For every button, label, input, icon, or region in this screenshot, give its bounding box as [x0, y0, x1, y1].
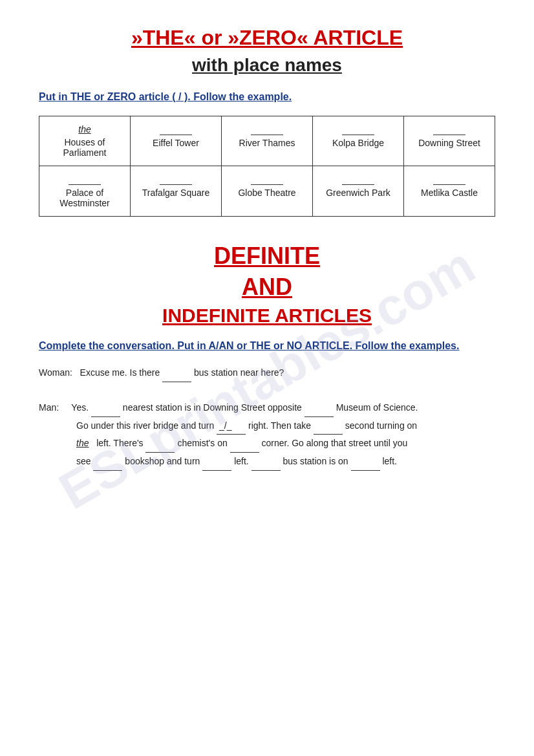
table-cell-2-2: Trafalgar Square	[131, 166, 222, 217]
man-blank-2	[304, 399, 334, 417]
man-line2-end: second turning on	[345, 420, 417, 431]
man-blank-5-answer: the	[76, 438, 89, 448]
man-line4-mid2: left.	[234, 456, 249, 466]
man-blank-10	[251, 453, 281, 471]
section2-title: DEFINITE AND INDEFINITE ARTICLES	[39, 243, 495, 327]
table-cell-1-2: Eiffel Tower	[131, 116, 222, 166]
man-line3: the left. There's chemist's on corner. G…	[76, 435, 495, 453]
title-section: »THE« or »ZERO« ARTICLE with place names	[39, 26, 495, 76]
blank-1-1: the	[78, 124, 91, 135]
table-cell-2-1: Palace of Westminster	[39, 166, 131, 217]
man-line1-start: Yes.	[71, 402, 89, 413]
man-blank-9	[202, 453, 231, 471]
title-line1: »THE« or »ZERO« ARTICLE	[39, 26, 495, 50]
woman-rest: bus station near here?	[194, 367, 284, 378]
woman-line: Woman: Excuse me. Is there bus station n…	[39, 364, 495, 382]
man-line2-start: Go under this river bridge and turn	[76, 420, 214, 431]
place-1-5: Downing Street	[418, 138, 480, 148]
table-cell-1-1: the Houses of Parliament	[39, 116, 131, 166]
conversation-block: Woman: Excuse me. Is there bus station n…	[39, 364, 495, 471]
table-cell-1-4: Kolpa Bridge	[313, 116, 404, 166]
man-blank-3: _/_	[217, 417, 246, 435]
instruction2: Complete the conversation. Put in A/AN o…	[39, 338, 495, 354]
woman-blank	[162, 364, 191, 382]
man-line3-end: corner. Go along that street until you	[262, 438, 408, 448]
man-line2-mid: right. Then take	[248, 420, 311, 431]
man-blank-6	[145, 435, 175, 453]
table-cell-2-3: Globe Theatre	[222, 166, 313, 217]
man-line4-end: left.	[382, 456, 397, 466]
blank-1-2	[160, 124, 192, 135]
section2-line1: DEFINITE	[39, 243, 495, 270]
blank-1-4	[342, 124, 374, 135]
section2-line3: INDEFINITE ARTICLES	[39, 305, 495, 327]
place-2-3: Globe Theatre	[238, 188, 295, 198]
place-2-2: Trafalgar Square	[142, 188, 210, 198]
man-line4-start: see	[76, 456, 91, 466]
man-line4: see bookshop and turn left. bus station …	[76, 453, 495, 471]
place-1-4: Kolpa Bridge	[332, 138, 384, 148]
man-line2: Go under this river bridge and turn _/_ …	[76, 417, 495, 435]
blank-2-2	[160, 174, 192, 185]
place-2-4: Greenwich Park	[326, 188, 390, 198]
blank-1-3	[251, 124, 283, 135]
man-line3-mid1: left. There's	[96, 438, 143, 448]
blank-2-1	[69, 174, 101, 185]
woman-label: Woman:	[39, 367, 72, 378]
table-cell-2-5: Metlika Castle	[404, 166, 495, 217]
man-blank-8	[93, 453, 122, 471]
man-line3-mid2: chemist's on	[177, 438, 227, 448]
blank-2-3	[251, 174, 283, 185]
section2-line2: AND	[39, 274, 495, 301]
man-line4-mid3: bus station is on	[283, 456, 348, 466]
place-1-3: River Thames	[239, 138, 295, 148]
table-cell-2-4: Greenwich Park	[313, 166, 404, 217]
table-row-1: the Houses of Parliament Eiffel Tower Ri…	[39, 116, 495, 166]
man-label: Man:	[39, 402, 59, 413]
man-blank-1	[91, 399, 120, 417]
man-line4-mid1: bookshop and turn	[125, 456, 200, 466]
man-blank-7	[230, 435, 259, 453]
article-table: the Houses of Parliament Eiffel Tower Ri…	[39, 116, 495, 217]
blank-2-5	[433, 174, 465, 185]
place-2-1: Palace of Westminster	[45, 188, 125, 208]
title-line2: with place names	[39, 55, 495, 76]
man-block: Man: Yes. nearest station is in Downing …	[39, 399, 495, 470]
table-row-2: Palace of Westminster Trafalgar Square G…	[39, 166, 495, 217]
place-1-2: Eiffel Tower	[153, 138, 199, 148]
place-2-5: Metlika Castle	[421, 188, 478, 198]
table-cell-1-3: River Thames	[222, 116, 313, 166]
instruction1: Put in THE or ZERO article ( / ). Follow…	[39, 91, 495, 103]
blank-2-4	[342, 174, 374, 185]
man-line1-mid2: Museum of Science.	[336, 402, 418, 413]
man-blank-4	[314, 417, 343, 435]
woman-text: Excuse me. Is there	[80, 367, 160, 378]
blank-1-5	[433, 124, 465, 135]
place-1-1: Houses of Parliament	[45, 137, 125, 158]
table-cell-1-5: Downing Street	[404, 116, 495, 166]
man-line1-mid1: nearest station is in Downing Street opp…	[123, 402, 302, 413]
man-blank-11	[351, 453, 380, 471]
